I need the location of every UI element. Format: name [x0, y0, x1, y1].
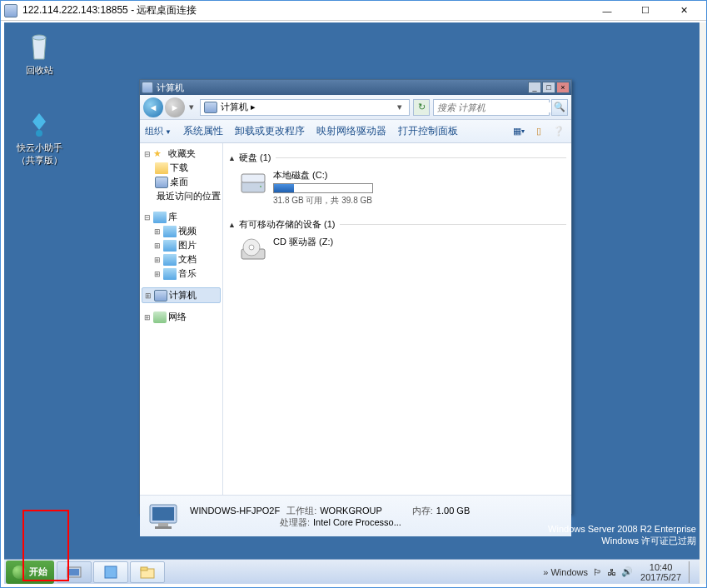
- taskbar-item-explorer[interactable]: [130, 561, 165, 583]
- cd-drive-z[interactable]: CD 驱动器 (Z:): [240, 236, 566, 262]
- help-button[interactable]: ❔: [551, 124, 566, 139]
- hdd-group-header[interactable]: ▲ 硬盘 (1): [228, 152, 566, 164]
- taskbar[interactable]: 开始 » Windows 🏳 🖧 🔊 10:40 2017/5/27: [4, 559, 703, 584]
- explorer-body: ⊟★收藏夹 下载 桌面 最近访问的位置 ⊟库 ⊞视频 ⊞图片 ⊞文档 ⊞音乐 ⊞…: [140, 143, 571, 495]
- back-button[interactable]: ◄: [143, 97, 163, 117]
- svg-rect-11: [155, 526, 172, 529]
- rdp-titlebar[interactable]: 122.114.222.143:18855 - 远程桌面连接 — ☐ ✕: [1, 1, 706, 21]
- status-info: WINDOWS-HFJPO2F 工作组: WORKGROUP 内存: 1.00 …: [190, 505, 470, 528]
- breadcrumb-dropdown[interactable]: ▾: [394, 102, 406, 112]
- start-orb-icon: [12, 566, 26, 579]
- recycle-bin-icon[interactable]: 回收站: [14, 32, 64, 77]
- svg-rect-14: [105, 566, 117, 578]
- svg-rect-13: [69, 569, 79, 576]
- nav-history-dropdown[interactable]: ▾: [187, 102, 197, 112]
- tray-windows-label[interactable]: » Windows: [543, 567, 588, 577]
- svg-rect-10: [158, 523, 168, 526]
- status-processor-label: 处理器:: [280, 516, 310, 528]
- tree-network[interactable]: ⊞网络: [142, 310, 221, 324]
- svg-point-4: [260, 186, 261, 187]
- helper-icon[interactable]: 快云小助手（共享版）: [7, 110, 71, 167]
- close-button[interactable]: ✕: [665, 2, 703, 20]
- system-tray[interactable]: » Windows 🏳 🖧 🔊 10:40 2017/5/27: [537, 561, 703, 583]
- map-network-drive-link[interactable]: 映射网络驱动器: [316, 124, 386, 138]
- recycle-bin-label: 回收站: [14, 64, 64, 77]
- navigation-tree[interactable]: ⊟★收藏夹 下载 桌面 最近访问的位置 ⊟库 ⊞视频 ⊞图片 ⊞文档 ⊞音乐 ⊞…: [140, 143, 223, 495]
- tree-recent[interactable]: 最近访问的位置: [142, 189, 221, 203]
- removable-group-header[interactable]: ▲ 有可移动存储的设备 (1): [228, 218, 566, 231]
- start-label: 开始: [29, 566, 47, 578]
- explorer-navbar: ◄ ► ▾ 计算机 ▸ ▾ ↻ 🔍: [140, 95, 571, 120]
- hdd-group-text: 硬盘 (1): [239, 152, 271, 164]
- tree-downloads[interactable]: 下载: [142, 161, 221, 175]
- minimize-button[interactable]: —: [588, 2, 626, 20]
- watermark-license: Windows 许可证已过期: [548, 535, 696, 546]
- svg-point-7: [249, 245, 254, 250]
- explorer-window: 计算机 _ □ × ◄ ► ▾ 计算机 ▸ ▾ ↻ 🔍: [139, 79, 572, 514]
- local-disk-label: 本地磁盘 (C:): [273, 169, 406, 182]
- status-workgroup-label: 工作组:: [286, 505, 316, 516]
- view-options-button[interactable]: ▦▾: [511, 124, 526, 139]
- tree-libraries[interactable]: ⊟库: [142, 210, 221, 224]
- svg-rect-16: [141, 567, 147, 571]
- disk-usage-bar: [273, 183, 373, 193]
- clock-time: 10:40: [640, 562, 681, 572]
- system-properties-link[interactable]: 系统属性: [183, 124, 223, 138]
- tree-computer[interactable]: ⊞计算机: [142, 287, 221, 303]
- search-box[interactable]: [433, 99, 550, 116]
- tray-network-icon[interactable]: 🖧: [607, 567, 616, 577]
- search-button[interactable]: 🔍: [551, 99, 568, 116]
- computer-icon: [142, 82, 153, 93]
- explorer-statusbar: WINDOWS-HFJPO2F 工作组: WORKGROUP 内存: 1.00 …: [140, 495, 571, 536]
- tray-clock[interactable]: 10:40 2017/5/27: [635, 562, 686, 582]
- status-workgroup: WORKGROUP: [320, 505, 382, 516]
- start-button[interactable]: 开始: [6, 561, 54, 584]
- explorer-toolbar: 组织▼ 系统属性 卸载或更改程序 映射网络驱动器 打开控制面板 ▦▾ ▯ ❔: [140, 120, 571, 143]
- remote-desktop[interactable]: 回收站 快云小助手（共享版） 计算机 _ □ × ◄ ► ▾: [4, 22, 703, 584]
- cd-drive-label: CD 驱动器 (Z:): [273, 236, 406, 248]
- explorer-close-button[interactable]: ×: [556, 82, 570, 93]
- hard-disk-icon: [240, 169, 266, 196]
- breadcrumb[interactable]: 计算机 ▸ ▾: [200, 99, 410, 116]
- tray-volume-icon[interactable]: 🔊: [621, 566, 633, 577]
- organize-menu[interactable]: 组织▼: [145, 125, 172, 137]
- preview-pane-button[interactable]: ▯: [531, 124, 546, 139]
- status-memory-label: 内存:: [412, 505, 433, 516]
- explorer-titlebar[interactable]: 计算机 _ □ ×: [140, 80, 571, 95]
- uninstall-programs-link[interactable]: 卸载或更改程序: [235, 124, 305, 138]
- show-desktop-button[interactable]: [689, 561, 697, 583]
- status-processor: Intel Core Processo...: [313, 516, 401, 528]
- explorer-title: 计算机: [157, 82, 527, 94]
- explorer-minimize-button[interactable]: _: [528, 82, 541, 93]
- tree-favorites[interactable]: ⊟★收藏夹: [142, 147, 221, 161]
- open-control-panel-link[interactable]: 打开控制面板: [398, 124, 458, 138]
- tree-music[interactable]: ⊞音乐: [142, 267, 221, 281]
- computer-large-icon: [147, 500, 180, 533]
- maximize-button[interactable]: ☐: [626, 2, 665, 20]
- collapse-icon: ▲: [228, 221, 236, 229]
- search-input[interactable]: [437, 102, 553, 112]
- windows-watermark: Windows Server 2008 R2 Enterprise Window…: [548, 523, 696, 546]
- breadcrumb-text: 计算机 ▸: [221, 101, 394, 113]
- background-sliver: [700, 22, 706, 584]
- refresh-button[interactable]: ↻: [413, 99, 430, 116]
- taskbar-item-window[interactable]: [93, 561, 128, 583]
- explorer-maximize-button[interactable]: □: [542, 82, 555, 93]
- cloud-helper-icon: [24, 110, 54, 140]
- watermark-edition: Windows Server 2008 R2 Enterprise: [548, 523, 696, 535]
- rdp-window: 122.114.222.143:18855 - 远程桌面连接 — ☐ ✕ 回收站…: [0, 0, 707, 588]
- forward-button[interactable]: ►: [165, 97, 185, 117]
- tree-documents[interactable]: ⊞文档: [142, 252, 221, 267]
- tray-flag-icon[interactable]: 🏳: [593, 567, 602, 577]
- tree-pictures[interactable]: ⊞图片: [142, 238, 221, 252]
- explorer-content[interactable]: ▲ 硬盘 (1) 本地磁盘 (C:) 31.8 GB 可用，共 39.8 GB: [223, 143, 571, 495]
- svg-rect-9: [152, 507, 174, 521]
- tree-desktop[interactable]: 桌面: [142, 175, 221, 189]
- cd-drive-icon: [240, 236, 266, 262]
- rdp-icon: [4, 4, 17, 17]
- taskbar-item-server-manager[interactable]: [57, 561, 92, 583]
- tree-videos[interactable]: ⊞视频: [142, 224, 221, 238]
- local-disk-c[interactable]: 本地磁盘 (C:) 31.8 GB 可用，共 39.8 GB: [240, 169, 566, 207]
- collapse-icon: ▲: [228, 154, 236, 162]
- local-disk-space-text: 31.8 GB 可用，共 39.8 GB: [273, 195, 406, 207]
